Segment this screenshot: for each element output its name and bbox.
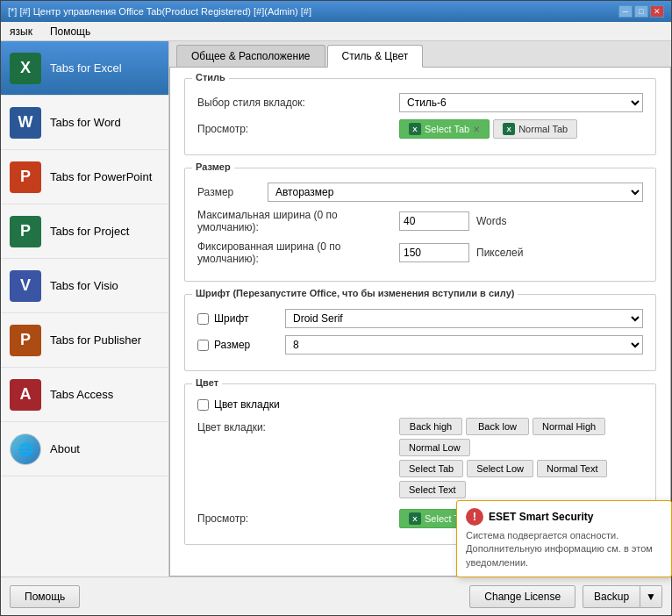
main-window: [*] [#] Центр управления Office Tab(Prod… <box>0 0 672 616</box>
preview-close-icon[interactable]: ✕ <box>473 125 480 134</box>
about-icon: 🌐 <box>10 433 41 465</box>
font-size-dropdown[interactable]: 8 9 10 11 12 <box>285 335 643 355</box>
style-section-title: Стиль <box>192 72 229 82</box>
sidebar-label-project: Tabs for Project <box>50 225 129 238</box>
style-preview-row: Просмотр: X Select Tab ✕ X Normal Tab <box>197 119 643 139</box>
select-tab-button[interactable]: Select Tab <box>399 460 463 477</box>
font-size-control: 8 9 10 11 12 <box>285 335 643 355</box>
preview-normal-tab: X Normal Tab <box>493 119 577 139</box>
access-icon: A <box>10 379 41 411</box>
sidebar-item-visio[interactable]: V Tabs for Visio <box>1 259 168 313</box>
maximize-button[interactable]: □ <box>634 5 648 18</box>
word-icon: W <box>10 107 41 139</box>
color-buttons-row-2: Select Tab Select Low Normal Text Select… <box>399 460 643 498</box>
font-size-checkbox[interactable] <box>197 340 209 351</box>
font-dropdown[interactable]: Droid Serif Arial Calibri Tahoma <box>285 309 643 328</box>
eset-notification: ! ESET Smart Security Система подвергает… <box>456 500 672 577</box>
tab-style-color[interactable]: Стиль & Цвет <box>327 45 424 68</box>
sidebar-label-powerpoint: Tabs for PowerPoint <box>50 170 152 183</box>
fixed-width-label: Фиксированная ширина (0 по умолчанию): <box>197 240 399 265</box>
max-width-row: Максимальная ширина (0 по умолчанию): Wo… <box>197 209 643 233</box>
color-preview-excel-icon: X <box>409 512 421 525</box>
backup-group: Backup ▼ <box>583 585 662 608</box>
color-tab-checkbox[interactable] <box>197 399 209 411</box>
fixed-width-row: Фиксированная ширина (0 по умолчанию): П… <box>197 240 643 265</box>
project-icon: P <box>10 216 41 247</box>
size-select-label: Размер <box>197 186 268 198</box>
content-area: Общее & Расположение Стиль & Цвет Стиль … <box>169 41 671 577</box>
style-preview-label: Просмотр: <box>197 123 399 135</box>
sidebar-label-word: Tabs for Word <box>50 116 121 129</box>
help-button[interactable]: Помощь <box>10 585 80 608</box>
back-high-button[interactable]: Back high <box>399 418 462 435</box>
font-size-checkbox-container: Размер <box>197 339 285 351</box>
color-tab-checkbox-label: Цвет вкладки <box>214 398 280 411</box>
title-bar: [*] [#] Центр управления Office Tab(Prod… <box>1 1 671 22</box>
font-select-control: Droid Serif Arial Calibri Tahoma <box>285 309 643 328</box>
minimize-button[interactable]: ─ <box>618 5 633 18</box>
window-title: [*] [#] Центр управления Office Tab(Prod… <box>8 6 311 17</box>
change-license-button[interactable]: Change License <box>469 585 575 608</box>
powerpoint-icon: P <box>10 161 41 193</box>
sidebar-label-visio: Tabs for Visio <box>50 279 118 292</box>
color-buttons-container: Цвет вкладки: Back high Back low Normal … <box>197 418 643 502</box>
sidebar-item-powerpoint[interactable]: P Tabs for PowerPoint <box>1 150 168 204</box>
max-width-label: Максимальная ширина (0 по умолчанию): <box>197 209 399 233</box>
font-checkbox-container: Шрифт <box>197 312 285 325</box>
publisher-icon: P <box>10 325 41 356</box>
close-button[interactable]: ✕ <box>650 5 664 18</box>
sidebar-item-word[interactable]: W Tabs for Word <box>1 96 168 150</box>
style-select-dropdown[interactable]: Стиль-6 Стиль-1 Стиль-2 Стиль-3 Стиль-4 … <box>399 93 643 112</box>
normal-text-button[interactable]: Normal Text <box>537 460 607 477</box>
style-select-row: Выбор стиля вкладок: Стиль-6 Стиль-1 Сти… <box>197 93 643 112</box>
tab-bar: Общее & Расположение Стиль & Цвет <box>169 41 671 68</box>
preview-selected-tab: X Select Tab ✕ <box>399 119 490 139</box>
eset-title: ESET Smart Security <box>489 511 593 523</box>
size-dropdown[interactable]: Авторазмер Фиксированный <box>268 183 643 202</box>
backup-button[interactable]: Backup <box>583 585 640 608</box>
color-buttons-group: Back high Back low Normal High Normal Lo… <box>399 418 643 502</box>
sidebar-item-project[interactable]: P Tabs for Project <box>1 204 168 259</box>
sidebar-item-excel[interactable]: X Tabs for Excel <box>1 41 168 96</box>
sidebar-item-about[interactable]: 🌐 About <box>1 422 168 476</box>
size-select-row: Размер Авторазмер Фиксированный <box>197 183 643 202</box>
menu-bar: язык Помощь <box>1 22 671 41</box>
style-preview-tabs: X Select Tab ✕ X Normal Tab <box>399 119 577 139</box>
backup-arrow-button[interactable]: ▼ <box>640 585 662 608</box>
tab-general[interactable]: Общее & Расположение <box>176 45 325 67</box>
sidebar-item-publisher[interactable]: P Tabs for Publisher <box>1 313 168 368</box>
font-checkbox[interactable] <box>197 313 209 325</box>
color-preview-label: Просмотр: <box>197 512 399 525</box>
select-text-button[interactable]: Select Text <box>399 481 466 498</box>
preview-normal-excel-icon: X <box>503 123 515 135</box>
sidebar-item-access[interactable]: A Tabs Access <box>1 368 168 422</box>
color-tab-checkbox-row: Цвет вкладки <box>197 398 643 411</box>
font-checkbox-label: Шрифт <box>214 312 248 325</box>
color-section-title: Цвет <box>192 377 222 388</box>
menu-language[interactable]: язык <box>6 24 36 39</box>
menu-help[interactable]: Помощь <box>46 24 94 39</box>
style-section: Стиль Выбор стиля вкладок: Стиль-6 Стиль… <box>184 78 656 155</box>
size-section-title: Размер <box>192 161 234 172</box>
size-section: Размер Размер Авторазмер Фиксированный <box>184 168 656 282</box>
font-section-title: Шрифт (Перезапустите Office, что бы изме… <box>192 288 518 298</box>
sidebar-label-about: About <box>50 442 80 455</box>
color-buttons-row: Цвет вкладки: Back high Back low Normal … <box>197 418 643 502</box>
fixed-width-input[interactable] <box>399 243 469 262</box>
preview-excel-icon: X <box>409 123 421 135</box>
window-controls: ─ □ ✕ <box>618 5 664 18</box>
excel-icon: X <box>10 53 41 84</box>
color-buttons-row-1: Back high Back low Normal High Normal Lo… <box>399 418 643 456</box>
normal-low-button[interactable]: Normal Low <box>399 439 470 456</box>
normal-high-button[interactable]: Normal High <box>533 418 605 435</box>
bottom-bar: Помощь Change License Backup ▼ <box>1 577 671 615</box>
max-width-input[interactable] <box>399 211 469 231</box>
font-size-checkbox-label: Размер <box>214 339 250 351</box>
select-low-button[interactable]: Select Low <box>467 460 533 477</box>
eset-body: Система подвергается опасности. Дополнит… <box>466 529 662 569</box>
fixed-width-unit: Пикселей <box>476 247 523 259</box>
sidebar-label-publisher: Tabs for Publisher <box>50 333 141 347</box>
back-low-button[interactable]: Back low <box>466 418 529 435</box>
eset-header: ! ESET Smart Security <box>466 508 662 526</box>
font-select-row: Шрифт Droid Serif Arial Calibri Tahoma <box>197 309 643 328</box>
